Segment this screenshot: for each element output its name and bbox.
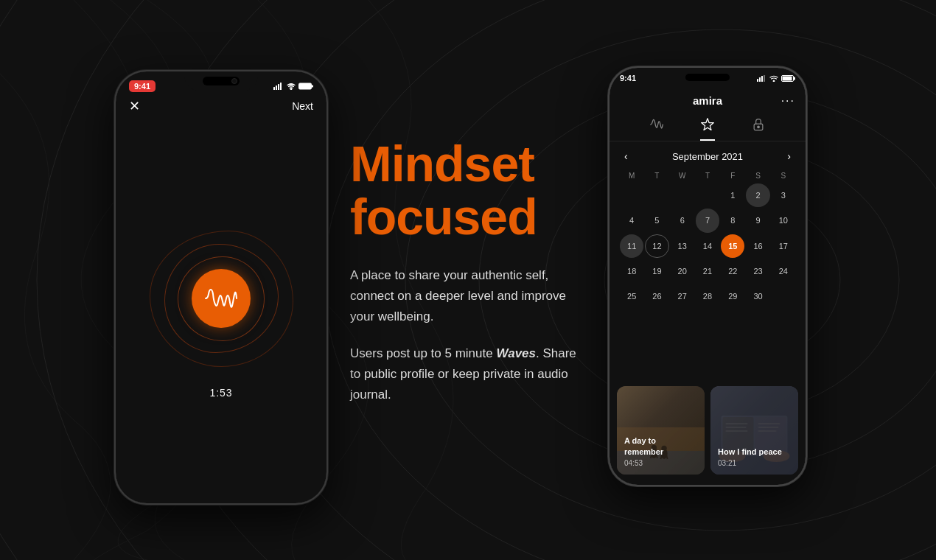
cal-day-15[interactable]: 15 <box>721 234 744 258</box>
cal-day-26[interactable]: 26 <box>645 284 668 308</box>
headline: Mindset focused <box>350 138 586 243</box>
wifi-icon-right <box>769 75 778 82</box>
next-button[interactable]: Next <box>292 100 313 112</box>
cal-day-27[interactable]: 27 <box>671 284 694 308</box>
cal-day-23[interactable]: 23 <box>746 259 769 283</box>
cal-day-empty <box>671 183 694 207</box>
cal-day-7[interactable]: 7 <box>696 209 719 232</box>
time-right: 9:41 <box>620 74 636 83</box>
svg-rect-12 <box>276 85 277 90</box>
cal-day-empty2 <box>772 284 795 308</box>
cal-day-22[interactable]: 22 <box>721 259 744 283</box>
cal-day-8[interactable]: 8 <box>721 209 744 232</box>
cal-day-1[interactable]: 1 <box>721 183 744 207</box>
tab-private[interactable] <box>751 117 766 141</box>
phone-right: 9:41 <box>608 66 807 486</box>
card1-overlay: A day to remember 04:53 <box>617 386 705 475</box>
cal-header-T1: T <box>645 169 668 182</box>
close-button[interactable]: ✕ <box>129 98 140 114</box>
cal-day-3[interactable]: 3 <box>772 183 795 207</box>
svg-point-15 <box>290 88 292 90</box>
waveform-container: 1:53 <box>116 120 326 503</box>
profile-header: amira ··· <box>610 90 806 111</box>
signal-icon-right <box>757 75 766 82</box>
cal-day-empty3 <box>620 309 643 333</box>
cal-header-T2: T <box>696 169 719 182</box>
svg-rect-25 <box>794 77 795 80</box>
cal-day-25[interactable]: 25 <box>620 284 643 308</box>
cal-day-18[interactable]: 18 <box>620 259 643 283</box>
calendar-grid: M T W T F S S 1 2 3 <box>620 169 795 334</box>
cal-day-empty <box>696 183 719 207</box>
lock-tab-icon <box>751 117 766 132</box>
cal-day-30[interactable]: 30 <box>746 284 769 308</box>
cal-day-6[interactable]: 6 <box>671 209 694 232</box>
svg-rect-20 <box>759 77 761 82</box>
cal-day-empty <box>620 183 643 207</box>
svg-rect-22 <box>764 75 765 82</box>
cal-day-5[interactable]: 5 <box>645 209 668 232</box>
phone-frame-left: 9:41 <box>114 70 328 505</box>
svg-point-23 <box>773 80 775 82</box>
svg-rect-11 <box>273 87 275 90</box>
cal-prev-button[interactable]: ‹ <box>620 149 632 164</box>
cal-day-2[interactable]: 2 <box>746 183 769 207</box>
profile-name: amira <box>693 94 722 107</box>
audio-card-1[interactable]: A day to remember 04:53 <box>617 386 705 475</box>
desc2-plain: Users post up to 5 minute <box>350 346 496 360</box>
cal-header-S2: S <box>772 169 795 182</box>
phone-screen-left: 9:41 <box>116 71 326 503</box>
cal-day-14[interactable]: 14 <box>696 234 719 258</box>
cal-day-20[interactable]: 20 <box>671 259 694 283</box>
cal-day-4[interactable]: 4 <box>620 209 643 232</box>
description-2: Users post up to 5 minute Waves. Share t… <box>350 343 586 405</box>
cal-header-M: M <box>620 169 643 182</box>
headline-line2: focused <box>350 191 586 243</box>
cal-header-F: F <box>721 169 744 182</box>
card2-title: How I find peace <box>718 447 791 457</box>
svg-rect-21 <box>761 76 763 82</box>
cal-day-21[interactable]: 21 <box>696 259 719 283</box>
calendar-nav: ‹ September 2021 › <box>620 149 795 164</box>
headline-line1: Mindset <box>350 138 586 190</box>
audio-card-2[interactable]: How I find peace 03:21 <box>710 386 798 475</box>
desc2-italic: Waves <box>496 346 536 360</box>
dots-menu-button[interactable]: ··· <box>781 94 795 108</box>
card2-overlay: How I find peace 03:21 <box>710 386 798 475</box>
cal-day-11[interactable]: 11 <box>620 234 643 258</box>
svg-point-28 <box>757 126 759 128</box>
wave-center[interactable] <box>192 269 251 328</box>
phone-topbar-left: ✕ Next <box>116 95 326 120</box>
cal-header-S1: S <box>746 169 769 182</box>
phone-screen-right: 9:41 <box>610 68 806 485</box>
card2-time: 03:21 <box>718 459 791 467</box>
cal-day-17[interactable]: 17 <box>772 234 795 258</box>
concentric-rings <box>147 225 295 372</box>
svg-rect-14 <box>280 83 282 90</box>
cal-day-28[interactable]: 28 <box>696 284 719 308</box>
waveform-tab-icon <box>649 117 664 132</box>
cal-day-29[interactable]: 29 <box>721 284 744 308</box>
tab-favorites[interactable] <box>700 117 715 141</box>
battery-icon-right <box>781 75 795 82</box>
svg-rect-18 <box>300 84 310 88</box>
audio-cards: A day to remember 04:53 <box>610 380 806 485</box>
svg-rect-19 <box>757 79 758 82</box>
cal-next-button[interactable]: › <box>783 149 795 164</box>
description-1: A place to share your authentic self, co… <box>350 265 586 327</box>
cal-day-24[interactable]: 24 <box>772 259 795 283</box>
svg-rect-26 <box>783 76 792 80</box>
cal-day-13[interactable]: 13 <box>671 234 694 258</box>
phone-status-bar-left: 9:41 <box>116 71 326 95</box>
cal-day-12[interactable]: 12 <box>645 234 668 258</box>
calendar-section: ‹ September 2021 › M T W T F S S <box>610 141 806 380</box>
cal-day-9[interactable]: 9 <box>746 209 769 232</box>
tab-waveform[interactable] <box>649 117 664 141</box>
cal-day-19[interactable]: 19 <box>645 259 668 283</box>
tab-icons <box>610 111 806 141</box>
cal-day-empty <box>645 183 668 207</box>
cal-day-10[interactable]: 10 <box>772 209 795 232</box>
svg-rect-13 <box>278 84 279 90</box>
phone-frame-right: 9:41 <box>608 66 807 486</box>
cal-day-16[interactable]: 16 <box>746 234 769 258</box>
